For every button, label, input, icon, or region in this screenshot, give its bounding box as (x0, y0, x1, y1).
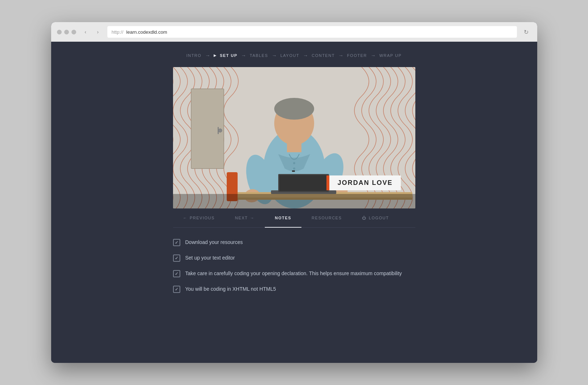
nav-item-intro[interactable]: INTRO (186, 53, 202, 58)
nav-label-content: CONTENT (312, 53, 335, 58)
svg-rect-14 (292, 170, 295, 172)
play-icon: ▶ (214, 54, 217, 57)
nav-arrow-4: → (303, 53, 308, 58)
check-icon-4: ✓ (175, 287, 178, 292)
nav-arrow-2: → (241, 53, 246, 58)
note-checkbox-1[interactable]: ✓ (173, 239, 180, 246)
dot-close[interactable] (57, 30, 62, 34)
nav-item-wrapup[interactable]: WRAP UP (379, 53, 402, 58)
nav-label-wrapup: WRAP UP (379, 53, 402, 58)
tab-label-resources: RESOURCES (312, 216, 342, 220)
check-icon-3: ✓ (175, 271, 178, 276)
nav-arrow-5: → (338, 53, 344, 58)
tab-next[interactable]: NEXT → (225, 208, 265, 227)
notes-content: ✓ Download your resources ✓ Set up your … (173, 239, 415, 301)
svg-point-2 (218, 129, 222, 132)
nav-item-setup[interactable]: ▶ SET UP (214, 53, 237, 58)
tab-previous[interactable]: ← PREVIOUS (173, 208, 225, 227)
svg-rect-19 (279, 175, 328, 191)
svg-rect-1 (191, 89, 224, 169)
nav-label-setup: SET UP (220, 53, 238, 58)
note-text-4: You will be coding in XHTML not HTML5 (185, 285, 276, 293)
lesson-tabs: ← PREVIOUS NEXT → NOTES RESOURCES ⏻ LOGO… (173, 208, 415, 228)
power-icon: ⏻ (362, 216, 367, 220)
nav-label-footer: FOOTER (347, 53, 367, 58)
nav-item-content[interactable]: CONTENT (312, 53, 335, 58)
note-item-4: ✓ You will be coding in XHTML not HTML5 (173, 285, 415, 293)
nav-label-tables: TABLES (250, 53, 268, 58)
refresh-button[interactable]: ↻ (521, 27, 531, 37)
nav-label-intro: INTRO (186, 53, 202, 58)
next-arrow-icon: → (250, 216, 255, 220)
note-checkbox-2[interactable]: ✓ (173, 254, 180, 262)
note-checkbox-3[interactable]: ✓ (173, 270, 180, 277)
nav-label-layout: LAYOUT (280, 53, 299, 58)
tab-label-next: NEXT (235, 216, 248, 220)
tab-notes[interactable]: NOTES (265, 208, 301, 227)
note-text-1: Download your resources (185, 239, 243, 246)
svg-point-13 (293, 167, 295, 170)
dot-maximize[interactable] (71, 30, 76, 34)
nav-arrow-6: → (371, 53, 376, 58)
note-text-3: Take care in carefully coding your openi… (185, 270, 402, 277)
forward-button[interactable]: › (93, 27, 103, 37)
browser-chrome: ‹ › http:// learn.codexdld.com ↻ (51, 22, 537, 42)
nav-item-tables[interactable]: TABLES (250, 53, 268, 58)
badge-accent (326, 175, 329, 190)
note-checkbox-4[interactable]: ✓ (173, 286, 180, 293)
tab-label-logout: LOGOUT (369, 216, 389, 220)
tab-label-previous: PREVIOUS (190, 216, 215, 220)
previous-arrow-icon: ← (183, 216, 188, 220)
address-bar[interactable]: http:// learn.codexdld.com (107, 26, 517, 38)
browser-window: ‹ › http:// learn.codexdld.com ↻ INTRO →… (51, 22, 537, 363)
note-item-2: ✓ Set up your text editor (173, 254, 415, 262)
tab-logout[interactable]: ⏻ LOGOUT (352, 208, 399, 227)
presenter-name: JORDAN LOVE (329, 175, 400, 190)
svg-rect-7 (287, 141, 301, 152)
page-content: INTRO → ▶ SET UP → TABLES → LAYOUT → CON… (51, 42, 537, 363)
tab-label-notes: NOTES (275, 216, 291, 220)
check-icon-2: ✓ (175, 256, 178, 261)
url-domain: learn.codexdld.com (126, 29, 167, 35)
back-button[interactable]: ‹ (81, 27, 91, 37)
video-player[interactable]: JORDAN LOVE (173, 67, 415, 208)
tab-resources[interactable]: RESOURCES (301, 208, 352, 227)
video-content: JORDAN LOVE (173, 67, 415, 208)
note-text-2: Set up your text editor (185, 254, 235, 262)
svg-point-12 (293, 162, 295, 164)
dot-minimize[interactable] (64, 30, 69, 34)
note-item-1: ✓ Download your resources (173, 239, 415, 246)
nav-item-layout[interactable]: LAYOUT (280, 53, 299, 58)
nav-arrow-3: → (272, 53, 277, 58)
check-icon-1: ✓ (175, 240, 178, 245)
svg-point-6 (274, 98, 314, 120)
browser-nav: ‹ › (81, 27, 103, 37)
svg-rect-21 (173, 194, 415, 208)
nav-arrow-1: → (205, 53, 210, 58)
presenter-name-badge: JORDAN LOVE (326, 175, 400, 190)
svg-rect-3 (218, 127, 219, 134)
url-protocol: http:// (112, 29, 124, 35)
note-item-3: ✓ Take care in carefully coding your ope… (173, 270, 415, 277)
nav-item-footer[interactable]: FOOTER (347, 53, 367, 58)
course-nav: INTRO → ▶ SET UP → TABLES → LAYOUT → CON… (186, 42, 402, 67)
browser-dots (57, 30, 76, 34)
